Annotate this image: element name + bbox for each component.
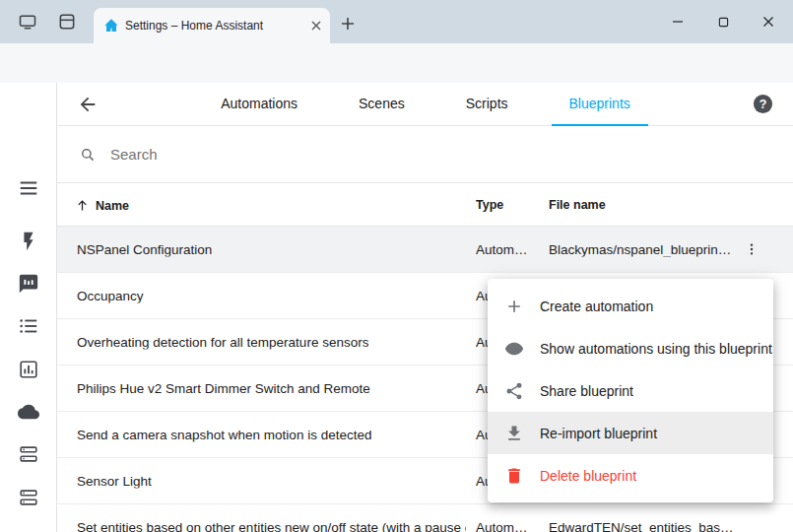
menu-item-delete-blueprint[interactable]: Delete blueprint — [488, 454, 773, 497]
sidebar-item-energy[interactable] — [18, 231, 39, 252]
tab-scripts[interactable]: Scripts — [448, 83, 526, 126]
ha-sidebar — [0, 83, 57, 532]
sidebar-item-logbook[interactable] — [18, 315, 39, 337]
sidebar-item-cloud[interactable] — [18, 401, 39, 423]
help-icon[interactable]: ? — [753, 94, 773, 114]
share-icon — [504, 381, 524, 401]
row-type: Autom… — [476, 242, 545, 257]
trash-icon — [504, 466, 524, 486]
window-maximize-button[interactable] — [701, 4, 745, 39]
menu-item-share-blueprint[interactable]: Share blueprint — [488, 369, 773, 412]
browser-tab[interactable]: Settings – Home Assistant — [94, 8, 330, 43]
sidebar-menu-icon[interactable] — [18, 177, 39, 199]
ha-tab-bar: Automations Scenes Scripts Blueprints — [99, 83, 753, 126]
row-name: Send a camera snapshot when motion is de… — [77, 428, 371, 442]
ha-topbar: Automations Scenes Scripts Blueprints ? — [57, 83, 793, 126]
search-row[interactable]: Search — [57, 126, 793, 182]
menu-item-label: Share blueprint — [540, 383, 633, 399]
row-name: Occupancy — [77, 289, 144, 303]
browser-titlebar: Settings – Home Assistant — [0, 0, 793, 43]
menu-item-label: Show automations using this blueprint — [540, 341, 772, 357]
row-name: Sensor Light — [77, 474, 152, 489]
menu-item-create-automation[interactable]: Create automation — [488, 285, 773, 327]
tab-blueprints[interactable]: Blueprints — [552, 83, 648, 126]
row-file: EdwardTEN/set_entities_bas… — [549, 520, 746, 532]
browser-toolbar: Not secure homeassistant.local:8123/... … — [0, 43, 793, 83]
window-minimize-button[interactable] — [656, 4, 699, 39]
table-row[interactable]: NSPanel Configuration Autom… Blackymas/n… — [57, 227, 793, 273]
plus-icon — [504, 297, 524, 316]
svg-text:?: ? — [760, 98, 767, 111]
home-assistant-favicon — [103, 18, 119, 33]
column-type[interactable]: Type — [476, 198, 503, 212]
row-name: NSPanel Configuration — [77, 242, 212, 257]
tab-actions-icon[interactable] — [57, 12, 77, 32]
eye-icon — [504, 339, 524, 359]
row-name: Philips Hue v2 Smart Dimmer Switch and R… — [77, 381, 370, 396]
sidebar-item-devices[interactable] — [18, 443, 39, 465]
row-name: Overheating detection for all temperatur… — [77, 335, 368, 350]
tab-automations[interactable]: Automations — [203, 83, 315, 126]
search-icon — [79, 146, 97, 164]
row-file: Blackymas/nspanel_blueprin… — [549, 242, 746, 257]
menu-item-show-automations[interactable]: Show automations using this blueprint — [488, 327, 773, 369]
window-close-button[interactable] — [747, 4, 790, 39]
tab-scenes[interactable]: Scenes — [341, 83, 423, 126]
search-input[interactable]: Search — [110, 146, 158, 163]
row-name: Set entities based on other entities new… — [77, 520, 466, 532]
sort-ascending-icon — [75, 198, 90, 213]
column-name[interactable]: Name — [75, 183, 129, 228]
column-name-label: Name — [96, 199, 129, 213]
tab-title: Settings – Home Assistant — [125, 19, 304, 33]
menu-item-reimport-blueprint[interactable]: Re-import blueprint — [488, 412, 773, 454]
ha-back-icon[interactable] — [77, 94, 99, 115]
table-header: Name Type File name — [57, 182, 793, 227]
row-overflow-menu-icon[interactable] — [744, 238, 760, 260]
menu-item-label: Create automation — [540, 299, 653, 314]
menu-item-label: Re-import blueprint — [540, 426, 657, 441]
new-tab-button[interactable] — [339, 15, 357, 33]
download-icon — [504, 424, 524, 443]
menu-item-label: Delete blueprint — [540, 468, 636, 484]
table-row[interactable]: Set entities based on other entities new… — [57, 504, 793, 532]
sidebar-item-entities[interactable] — [18, 487, 39, 508]
sidebar-item-history[interactable] — [18, 359, 39, 380]
column-file-name[interactable]: File name — [549, 198, 606, 212]
workspaces-icon[interactable] — [18, 12, 37, 32]
tab-close-icon[interactable] — [310, 20, 322, 32]
row-type: Autom… — [476, 520, 545, 532]
blueprint-context-menu: Create automation Show automations using… — [488, 279, 773, 502]
sidebar-item-voice-assistant[interactable] — [18, 273, 39, 295]
